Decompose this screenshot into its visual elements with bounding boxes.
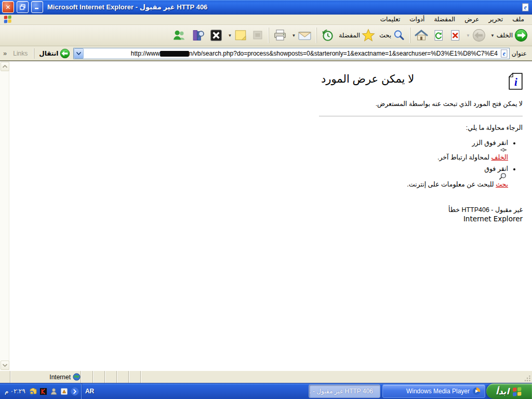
go-button[interactable]: انتقال — [36, 48, 73, 59]
messenger-icon — [172, 29, 187, 42]
home-icon — [415, 29, 428, 42]
window-title: HTTP 406 غير مقبول - Microsoft Internet … — [43, 3, 520, 11]
tray-user-icon[interactable] — [50, 387, 58, 395]
status-pane — [116, 371, 128, 383]
mail-dropdown[interactable]: ▼ — [291, 33, 296, 38]
note-icon — [234, 29, 247, 42]
status-pane — [128, 371, 140, 383]
toolbar-separator — [268, 28, 269, 43]
browser-name-line: Internet Explorer — [319, 215, 523, 223]
desktop: ✕ HTTP 406 غير مقبول - Microsoft Interne… — [0, 0, 532, 399]
app-x-button[interactable] — [207, 25, 225, 45]
url-redaction — [160, 51, 189, 57]
history-icon — [321, 29, 335, 42]
bullet1-pre: انقر فوق الزر — [472, 139, 508, 147]
minimize-button[interactable] — [31, 1, 43, 13]
menu-file[interactable]: ملف — [508, 15, 529, 24]
browser-viewport: i لا يمكن عرض المورد لا يمكن فتح المورد … — [0, 61, 532, 370]
task-button-http406[interactable]: e HTTP 406 غير مقبول - ... — [309, 384, 380, 398]
error-page: i لا يمكن عرض المورد لا يمكن فتح المورد … — [319, 61, 523, 223]
mail-icon — [298, 29, 312, 42]
back-label: الخلف — [497, 32, 513, 39]
history-button[interactable] — [319, 25, 337, 45]
scroll-up-button[interactable] — [1, 62, 9, 71]
info-page-icon: i — [509, 73, 523, 90]
discuss-note-button[interactable]: ▼ — [225, 25, 249, 45]
language-indicator[interactable]: AR — [81, 388, 98, 395]
error-code-line: خطأ HTTP406 - غير مقبول — [319, 206, 523, 214]
search-icon — [393, 29, 405, 42]
menu-view[interactable]: عرض — [460, 15, 484, 24]
chevron-down-icon — [3, 364, 7, 367]
svg-text:i: i — [514, 76, 517, 88]
forward-button[interactable]: ▼ — [463, 25, 488, 45]
zone-pane: Internet — [10, 371, 81, 383]
research-button[interactable] — [189, 25, 207, 45]
search-button[interactable]: بحث — [377, 25, 407, 45]
task-button-wmp[interactable]: Windows Media Player — [382, 384, 485, 398]
error-heading: لا يمكن عرض المورد — [319, 73, 523, 85]
status-pane — [104, 371, 116, 383]
url-text[interactable]: http://wwwn/vb/search.php?do=process&sho… — [84, 50, 499, 57]
back-dropdown[interactable]: ▼ — [490, 33, 495, 38]
mail-button[interactable]: ▼ — [289, 25, 314, 45]
grip-dots-icon — [525, 376, 531, 382]
overflow-chevron[interactable]: « — [1, 49, 9, 57]
back-icon — [514, 29, 528, 42]
tray-folder-icon[interactable] — [29, 387, 37, 395]
scroll-down-button[interactable] — [1, 361, 9, 370]
address-dropdown-button[interactable] — [74, 48, 84, 59]
chevron-down-icon — [76, 52, 81, 55]
zone-label: Internet — [49, 374, 71, 381]
close-button[interactable]: ✕ — [2, 1, 14, 13]
vertical-scrollbar[interactable] — [0, 61, 9, 370]
url-suffix: n/vb/search.php?do=process&showposts=0&s… — [189, 50, 498, 57]
resize-grip[interactable] — [523, 371, 532, 383]
edit-button-disabled[interactable] — [249, 25, 266, 45]
tray-antivirus-icon[interactable] — [39, 387, 48, 395]
error-description: لا يمكن فتح المورد الذي تبحث عنه بواسطة … — [319, 100, 523, 108]
menu-edit[interactable]: تحرير — [484, 15, 508, 24]
forward-icon — [472, 29, 486, 42]
forward-dropdown[interactable]: ▼ — [466, 33, 470, 38]
tray-collapse-chevron[interactable] — [71, 387, 79, 395]
back-button[interactable]: الخلف ▼ — [488, 25, 530, 45]
start-label: ابدأ — [496, 387, 509, 396]
search-link[interactable]: بحث — [496, 181, 508, 188]
search-small-icon — [499, 172, 507, 180]
windows-logo-icon — [3, 15, 12, 24]
menu-favorites[interactable]: المفضلة — [429, 15, 460, 24]
messenger-button[interactable] — [170, 25, 189, 45]
address-field[interactable]: http://wwwn/vb/search.php?do=process&sho… — [73, 48, 510, 59]
tray-clock: ٠٢:٢٩ م — [3, 388, 27, 395]
menu-help[interactable]: تعليمات — [376, 15, 405, 24]
menu-tools[interactable]: أدوات — [405, 15, 429, 24]
search-label: بحث — [379, 32, 391, 39]
print-button[interactable] — [271, 25, 289, 45]
wmp-icon — [472, 387, 481, 395]
status-pane — [81, 371, 92, 383]
back-link[interactable]: الخلف — [491, 154, 508, 161]
stop-button[interactable] — [447, 25, 463, 45]
refresh-button[interactable] — [430, 25, 447, 45]
menu-bar: ملف تحرير عرض المفضلة أدوات تعليمات — [0, 15, 532, 25]
tray-app-icon[interactable] — [60, 387, 69, 395]
back-arrow-icon — [498, 147, 507, 153]
note-dropdown[interactable]: ▼ — [228, 33, 232, 38]
bullet2-post: للبحث عن معلومات على إنترنت. — [407, 181, 494, 188]
bullet1-post: لمحاولة ارتباط آخر. — [437, 154, 489, 161]
title-bar: ✕ HTTP 406 غير مقبول - Microsoft Interne… — [0, 0, 532, 15]
ie-icon: e — [521, 3, 529, 11]
home-button[interactable] — [413, 25, 430, 45]
url-prefix: http://www — [131, 50, 160, 57]
status-pane — [140, 371, 523, 383]
favorites-button[interactable]: المفضلة — [337, 25, 377, 45]
go-arrow-icon — [60, 48, 70, 59]
stop-icon — [449, 29, 461, 42]
restore-button[interactable] — [17, 1, 29, 13]
system-tray: ٠٢:٢٩ م — [0, 383, 81, 399]
suggestions-list: انقر فوق الزر الخلف لمحاولة ارتباط آخر. … — [319, 139, 508, 188]
status-bar: Internet — [0, 370, 532, 383]
start-button[interactable]: ابدأ — [486, 383, 532, 399]
chevron-up-icon — [3, 65, 7, 68]
